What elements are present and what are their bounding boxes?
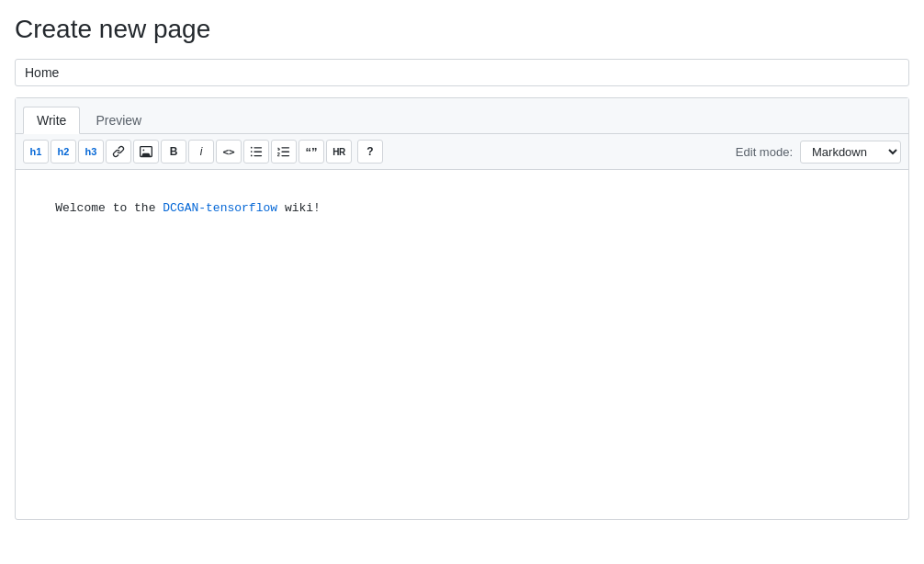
toolbar: h1 h2 h3 B i <> bbox=[16, 134, 908, 170]
h1-button[interactable]: h1 bbox=[23, 140, 49, 164]
page-title: Create new page bbox=[15, 15, 909, 44]
editor-container: Write Preview h1 h2 h3 B i bbox=[15, 97, 909, 520]
help-button[interactable]: ? bbox=[357, 140, 383, 164]
editor-content[interactable]: Welcome to the DCGAN-tensorflow wiki! bbox=[16, 170, 908, 519]
insert-buttons bbox=[106, 140, 159, 164]
link-icon bbox=[112, 145, 125, 158]
h3-button[interactable]: h3 bbox=[78, 140, 104, 164]
tab-preview[interactable]: Preview bbox=[82, 107, 155, 134]
image-button[interactable] bbox=[133, 140, 159, 164]
list-buttons: “” HR bbox=[243, 140, 352, 164]
content-suffix: wiki! bbox=[277, 201, 321, 215]
ol-icon bbox=[277, 145, 290, 158]
ordered-list-button[interactable] bbox=[271, 140, 297, 164]
unordered-list-button[interactable] bbox=[243, 140, 269, 164]
heading-buttons: h1 h2 h3 bbox=[23, 140, 104, 164]
format-buttons: B i <> bbox=[161, 140, 242, 164]
tabs-bar: Write Preview bbox=[16, 98, 908, 134]
code-button[interactable]: <> bbox=[216, 140, 242, 164]
content-repo: DCGAN-tensorflow bbox=[163, 201, 277, 215]
blockquote-button[interactable]: “” bbox=[299, 140, 324, 164]
ul-icon bbox=[250, 145, 263, 158]
edit-mode-select[interactable]: Markdown Textile RDoc AsciiDoc MediaWiki… bbox=[800, 141, 901, 164]
tab-write[interactable]: Write bbox=[23, 107, 80, 134]
page-title-input[interactable] bbox=[15, 59, 909, 86]
h2-button[interactable]: h2 bbox=[51, 140, 76, 164]
content-prefix: Welcome to the bbox=[55, 201, 163, 215]
link-button[interactable] bbox=[106, 140, 131, 164]
edit-mode-label: Edit mode: bbox=[736, 145, 793, 159]
image-icon bbox=[140, 145, 152, 158]
help-icon: ? bbox=[366, 145, 373, 158]
hr-button[interactable]: HR bbox=[326, 140, 352, 164]
bold-button[interactable]: B bbox=[161, 140, 186, 164]
italic-button[interactable]: i bbox=[188, 140, 214, 164]
